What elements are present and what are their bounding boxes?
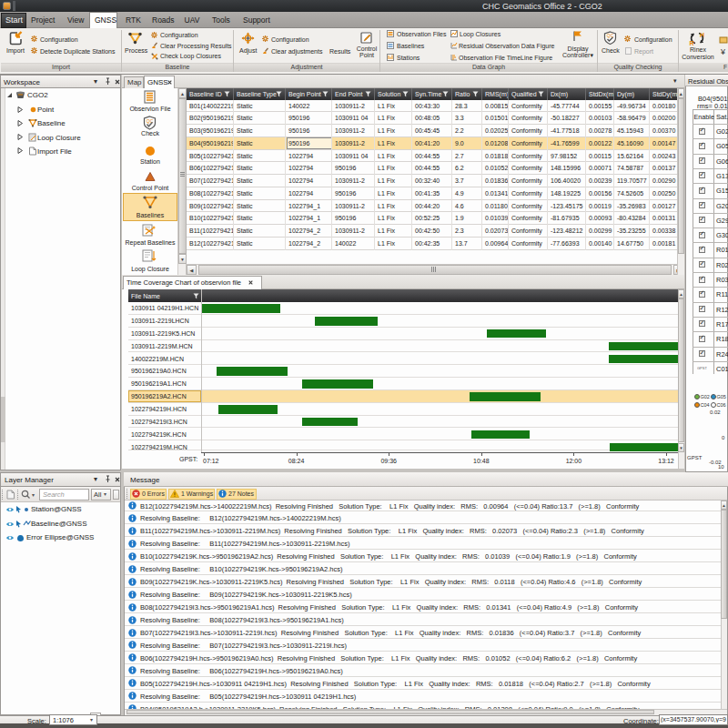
svg-text:H: H (700, 32, 704, 38)
svg-text:R: R (690, 40, 694, 46)
